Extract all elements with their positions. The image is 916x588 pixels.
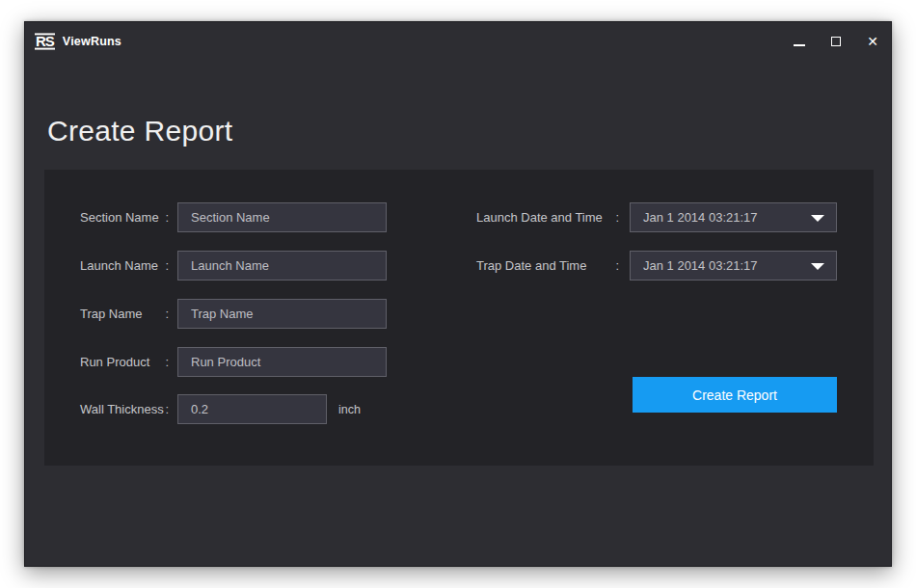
close-icon: ✕ (867, 35, 878, 48)
minimize-icon (794, 44, 805, 46)
viewruns-logo-icon: RS (35, 33, 55, 49)
trap-date-value: Jan 1 2014 03:21:17 (643, 258, 758, 273)
trap-name-input[interactable] (177, 299, 387, 329)
launch-name-label: Launch Name : (80, 251, 169, 281)
colon: : (165, 210, 169, 225)
trap-date-label: Trap Date and Time : (476, 251, 619, 281)
wall-thickness-input[interactable] (177, 394, 327, 424)
wall-thickness-label: Wall Thickness : (80, 394, 169, 424)
app-title: ViewRuns (63, 35, 121, 48)
titlebar: RS ViewRuns ✕ (25, 22, 891, 61)
wall-thickness-unit: inch (338, 394, 361, 424)
app-window: RS ViewRuns ✕ Create Report Section Name… (24, 21, 892, 567)
section-name-input[interactable] (177, 202, 387, 232)
maximize-button[interactable] (818, 22, 854, 61)
trap-name-label: Trap Name : (80, 299, 169, 329)
colon: : (615, 258, 619, 273)
launch-date-dropdown[interactable]: Jan 1 2014 03:21:17 (630, 202, 837, 232)
close-button[interactable]: ✕ (854, 22, 891, 61)
minimize-button[interactable] (781, 22, 818, 61)
create-report-button[interactable]: Create Report (633, 377, 837, 413)
launch-name-input[interactable] (177, 251, 387, 281)
launch-date-value: Jan 1 2014 03:21:17 (643, 210, 758, 225)
trap-date-dropdown[interactable]: Jan 1 2014 03:21:17 (630, 251, 837, 281)
section-name-label: Section Name : (80, 202, 169, 232)
chevron-down-icon (811, 263, 824, 270)
launch-date-label: Launch Date and Time : (476, 202, 619, 232)
colon: : (165, 355, 169, 369)
run-product-label: Run Product : (80, 347, 169, 377)
colon: : (165, 258, 169, 273)
colon: : (615, 210, 619, 225)
window-controls: ✕ (781, 22, 891, 61)
page-title: Create Report (47, 115, 232, 147)
chevron-down-icon (811, 215, 824, 222)
colon: : (165, 402, 169, 416)
maximize-icon (831, 37, 841, 46)
form-panel: Section Name : Launch Name : Trap Name :… (44, 170, 874, 466)
run-product-input[interactable] (177, 347, 387, 377)
colon: : (165, 307, 169, 321)
